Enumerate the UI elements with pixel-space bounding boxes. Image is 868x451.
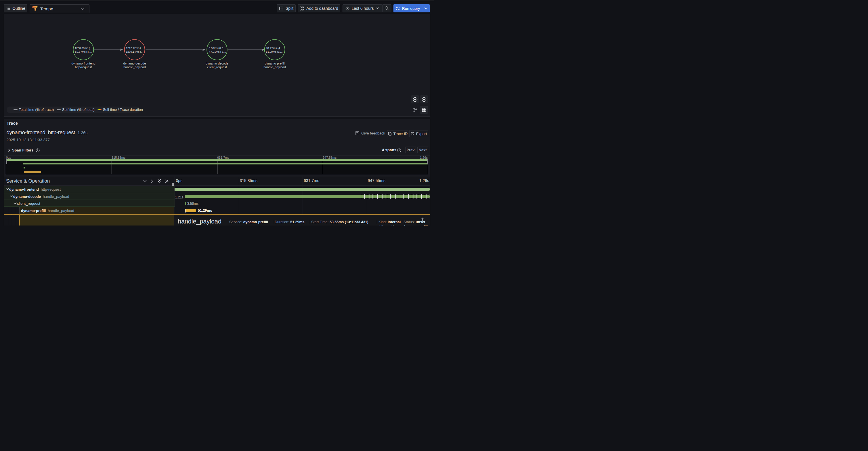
svg-text:1209.14ms (...: 1209.14ms (... bbox=[126, 50, 144, 53]
svg-text:handle_payload: handle_payload bbox=[264, 65, 286, 69]
svg-text:handle_payload: handle_payload bbox=[123, 65, 146, 69]
svg-text:http-request: http-request bbox=[75, 65, 92, 69]
svg-text:1263.39ms (...: 1263.39ms (... bbox=[75, 46, 92, 50]
svg-text:dynamo-decode: dynamo-decode bbox=[123, 62, 146, 65]
svg-text:dynamo-prefill: dynamo-prefill bbox=[265, 62, 284, 65]
svg-text:51.29ms (4....: 51.29ms (4.... bbox=[266, 46, 283, 50]
svg-text:dynamo-decode: dynamo-decode bbox=[206, 62, 228, 65]
svg-text:51.29ms (10...: 51.29ms (10... bbox=[266, 50, 284, 53]
svg-text:50.67ms (4....: 50.67ms (4.... bbox=[75, 50, 92, 53]
svg-text:1212.72ms (...: 1212.72ms (... bbox=[126, 46, 144, 50]
svg-text:client_request: client_request bbox=[207, 65, 227, 69]
svg-text:-47.71ms (-1...: -47.71ms (-1... bbox=[208, 50, 226, 53]
svg-text:3.58ms (0.2...: 3.58ms (0.2... bbox=[209, 46, 225, 50]
svg-text:dynamo-frontend: dynamo-frontend bbox=[71, 62, 95, 65]
